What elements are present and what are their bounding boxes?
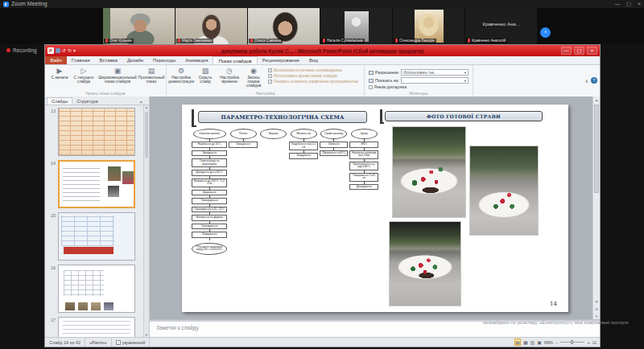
button-label: Широковещательный показ слайдов xyxy=(96,76,139,84)
ppt-restore-icon[interactable]: ▢ xyxy=(574,47,584,55)
setup-checkboxes: ✓Воспроизвести речевое сопровождение✓Исп… xyxy=(266,67,361,90)
participant-tile[interactable]: Кравченко Ана...Кравченко Анатолій xyxy=(465,8,537,44)
ribbon-button[interactable]: ▣Широковещательный показ слайдов xyxy=(96,67,139,90)
show-on-dropdown[interactable]: ▾ xyxy=(401,77,469,84)
flowchart-step: Гомогенізація за рецептурою xyxy=(192,158,227,167)
participant-name: Кравченко Анатолій xyxy=(472,39,506,44)
checkbox-icon: ✓ xyxy=(268,80,272,84)
participant-tile[interactable]: Мар'я Омельянко xyxy=(175,8,247,44)
ribbon-tab-вставка[interactable]: Вставка xyxy=(95,56,122,64)
slide-thumbnail-row: 14 xyxy=(47,160,149,208)
participant-tile[interactable]: Олег Кузьмін xyxy=(103,8,175,44)
tab-outline[interactable]: Структура xyxy=(72,98,101,105)
zoom-in-icon[interactable]: + xyxy=(587,340,590,345)
button-label: С текущего слайда xyxy=(72,76,96,84)
ribbon-button[interactable]: ▷С текущего слайда xyxy=(72,67,96,90)
scrollbar-thumb[interactable] xyxy=(594,105,599,193)
button-label: Произвольный показ xyxy=(138,76,165,84)
resolution-icon xyxy=(369,71,374,75)
slide[interactable]: ПАРАМЕТРО-ТЕХНОЛОГІЧНА СХЕМА ФОТО ГОТОВО… xyxy=(182,105,568,312)
slide-thumbnail-15[interactable] xyxy=(58,212,135,261)
zoom-out-icon[interactable]: − xyxy=(555,340,559,345)
ribbon-tab-главная[interactable]: Главная xyxy=(67,56,95,64)
ribbon-checkbox[interactable]: ✓Воспроизвести речевое сопровождение xyxy=(268,68,360,72)
ribbon-checkbox[interactable]: ✓Использовать время показа слайдов xyxy=(268,74,360,78)
ribbon-tab-вид[interactable]: Вид xyxy=(304,56,323,64)
ribbon-tab-рецензирование[interactable]: Рецензирование xyxy=(258,56,304,64)
status-language[interactable]: ✓ украинский xyxy=(112,338,151,347)
zoom-slider-thumb[interactable] xyxy=(571,340,573,344)
participant-name-label: Мар'я Омельянко xyxy=(176,39,213,44)
ppt-minimize-icon[interactable]: — xyxy=(561,47,572,55)
next-participants-button[interactable]: › xyxy=(540,27,551,38)
canvas-scrollbar[interactable]: ▴ ▾ ∧ ∨ xyxy=(592,96,600,319)
slide-number: 15 xyxy=(47,212,56,261)
slide-thumbnail-17[interactable] xyxy=(58,317,135,337)
ribbon-checkbox[interactable]: ✓Показать элементы управления проигрыват… xyxy=(268,80,360,84)
presenter-mode-checkbox[interactable]: Режим докладчика xyxy=(369,85,469,89)
slide-thumbnail-14[interactable] xyxy=(58,160,135,208)
tab-slides[interactable]: Слайды xyxy=(47,97,72,105)
flowchart-step: Нарізання кубиками b=2-3 мм xyxy=(349,150,378,159)
ppt-close-icon[interactable]: × xyxy=(587,47,597,55)
button-icon: ▤ xyxy=(148,67,155,76)
close-panel-icon[interactable]: × xyxy=(139,100,142,105)
zoom-logo-icon xyxy=(3,2,9,7)
powerpoint-logo-icon[interactable]: P xyxy=(47,47,54,54)
ribbon-button[interactable]: ▶С начала xyxy=(47,67,72,90)
help-icon[interactable]: ? xyxy=(591,77,597,84)
maximize-icon[interactable]: ▢ xyxy=(626,0,631,8)
view-sorter-icon[interactable]: ▦ xyxy=(523,339,528,345)
collapse-ribbon-icon[interactable]: ∧ xyxy=(585,78,588,84)
close-icon[interactable]: × xyxy=(638,0,641,8)
minimize-icon[interactable]: — xyxy=(615,0,621,8)
ribbon-tab-file[interactable]: Файл xyxy=(45,56,67,64)
slide-thumbnail-row: 16 xyxy=(47,265,149,313)
scroll-up-icon[interactable]: ▴ xyxy=(144,105,149,109)
ribbon-button[interactable]: ▨Скрыть слайд xyxy=(193,67,217,90)
slide-thumbnail-13[interactable] xyxy=(58,108,135,156)
view-normal-icon[interactable]: ▤ xyxy=(514,339,521,346)
view-reading-icon[interactable]: ▥ xyxy=(530,339,535,345)
fit-to-window-icon[interactable]: ⊡ xyxy=(592,339,597,345)
participant-tile[interactable]: Олеся Савчина xyxy=(248,8,320,44)
ribbon-button[interactable]: ▤Произвольный показ xyxy=(139,67,163,90)
next-slide-icon[interactable]: ∨ xyxy=(593,313,600,319)
zoom-slider[interactable] xyxy=(560,342,584,343)
redo-icon[interactable]: ↻ xyxy=(68,47,72,54)
button-icon: ◷ xyxy=(226,67,233,76)
resolution-dropdown[interactable]: Использовать тек... ▾ xyxy=(401,69,469,76)
flowchart-step: Узварювання Т=15 хв xyxy=(349,173,378,182)
ribbon-button[interactable]: ◷Настройка времени xyxy=(217,67,242,90)
muted-mic-icon xyxy=(323,39,325,43)
video-strip-tiles: Олег КузьмінМар'я ОмельянкоОлеся Савчина… xyxy=(103,8,537,44)
save-icon[interactable] xyxy=(56,48,60,53)
sidebar-scrollbar[interactable]: ▴ ▾ xyxy=(143,105,149,337)
checkbox-label: Показать элементы управления проигрывате… xyxy=(274,80,358,84)
ribbon-button[interactable]: ⚙Настройка демонстрации xyxy=(169,67,193,90)
scroll-up-icon[interactable]: ▴ xyxy=(593,96,600,103)
flowchart-step: Змішування xyxy=(192,150,227,157)
participant-tile[interactable]: Наталія Суткальська xyxy=(320,8,392,44)
resolution-label: Разрешение: xyxy=(375,70,399,75)
qat-dropdown-icon[interactable]: ▾ xyxy=(73,47,76,54)
ribbon-tab-анимация[interactable]: Анимация xyxy=(180,56,213,64)
ribbon-tab-показ-слайдов[interactable]: Показ слайдов xyxy=(213,56,257,64)
undo-icon[interactable]: ↺ xyxy=(62,47,66,54)
notes-pane[interactable]: Заметки к слайду xyxy=(150,322,600,337)
view-slideshow-icon[interactable]: ▣ xyxy=(537,339,542,345)
dish-photo-3 xyxy=(390,222,460,306)
slide-number: 14 xyxy=(47,160,56,208)
scroll-down-icon[interactable]: ▾ xyxy=(593,298,600,305)
muted-mic-icon xyxy=(178,39,180,43)
slides-panel: Слайды Структура × 1314151617 ▴ ▾ xyxy=(45,96,150,337)
previous-slide-icon[interactable]: ∧ xyxy=(593,306,600,312)
ribbon-button[interactable]: ◉Запись показа слайдов xyxy=(242,67,266,90)
ribbon-tabs: ФайлГлавнаяВставкаДизайнПереходыАнимация… xyxy=(45,56,600,65)
group-label: Мониторы xyxy=(365,92,473,96)
scrollbar-thumb[interactable] xyxy=(145,112,148,158)
ribbon-tab-дизайн[interactable]: Дизайн xyxy=(122,56,148,64)
participant-tile[interactable]: Олександра Лазорін xyxy=(393,8,464,44)
slide-thumbnail-16[interactable] xyxy=(58,265,135,313)
ribbon-tab-переходы[interactable]: Переходы xyxy=(148,56,180,64)
